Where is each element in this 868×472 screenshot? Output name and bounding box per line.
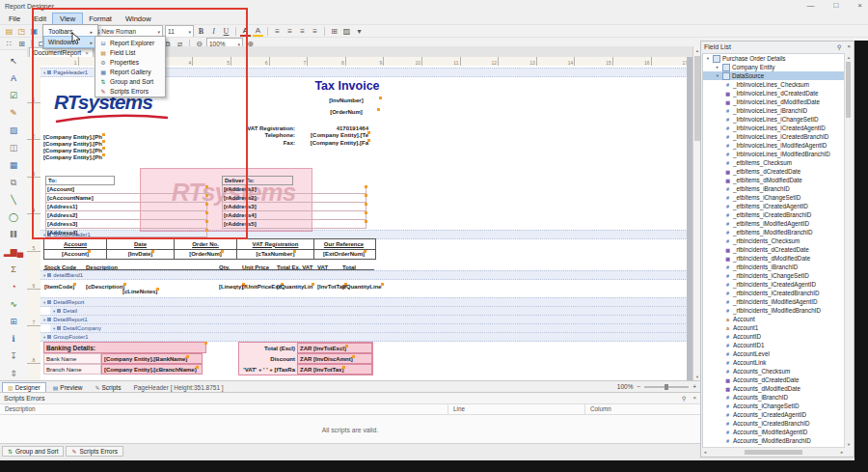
- company-address-row[interactable]: [Company Entity].[Ph: [43, 141, 103, 148]
- field-list-item[interactable]: _etbItems_dModifiedDate: [703, 176, 844, 184]
- field-list-item[interactable]: _rtbIncidents_iCreatedAgentID: [703, 280, 844, 289]
- subreport-tool-icon[interactable]: ⊞: [2, 313, 25, 330]
- band-collapse-icon[interactable]: ▾: [53, 326, 55, 331]
- zoom-slider-thumb[interactable]: [665, 384, 668, 390]
- field-list-item[interactable]: _IrbInvoiceLines_iModifiedAgentID: [703, 141, 844, 150]
- field-list-tree[interactable]: ▾ Purchase Order Details ▸ Company Entit…: [702, 53, 845, 448]
- tree-node-root[interactable]: ▾ Purchase Order Details: [703, 54, 844, 63]
- band-collapse-icon[interactable]: ▾: [43, 300, 45, 305]
- total-value-cell[interactable]: ZAR [InvTotTax]: [297, 364, 372, 375]
- band-collapse-icon[interactable]: ▾: [43, 318, 45, 322]
- field-list-item[interactable]: _IrbInvoiceLines_dModifiedDate: [703, 97, 844, 106]
- summary-header-cell[interactable]: VAT Registration: [237, 239, 314, 249]
- align-center-icon[interactable]: ≡: [285, 26, 295, 37]
- address-row[interactable]: [Address4]: [45, 229, 207, 237]
- address-row[interactable]: [Account]: [45, 185, 207, 194]
- pageinfo-tool-icon[interactable]: ℹ: [2, 330, 25, 347]
- sparkline-tool-icon[interactable]: ∿: [2, 295, 25, 313]
- address-row[interactable]: [Address3]: [45, 220, 207, 229]
- address-row[interactable]: [rAddress5]: [222, 220, 366, 229]
- panel-tool-icon[interactable]: ◫: [2, 139, 25, 156]
- fill-color-icon[interactable]: ▨: [341, 26, 352, 37]
- field-list-item[interactable]: _rtbIncidents_iCreatedBranchID: [703, 289, 844, 297]
- menu-item-windows[interactable]: Windows ▸: [44, 37, 96, 47]
- align-justify-icon[interactable]: ≡: [310, 26, 320, 37]
- pin-icon[interactable]: ⚲: [682, 395, 686, 402]
- pivotgrid-tool-icon[interactable]: Σ: [2, 261, 25, 278]
- address-row[interactable]: [rAddress4]: [222, 211, 366, 220]
- address-row[interactable]: [rAddress1]: [222, 185, 366, 194]
- field-list-item[interactable]: Accounts_dCreatedDate: [703, 375, 844, 384]
- field-list-item[interactable]: Account: [703, 315, 844, 323]
- field-list-item[interactable]: AccountID1: [703, 341, 844, 349]
- banking-details-title[interactable]: Banking Details:: [43, 342, 206, 353]
- pin-icon[interactable]: ⚲: [837, 43, 841, 50]
- charactercomb-tool-icon[interactable]: ⧉: [2, 174, 25, 191]
- field-list-item[interactable]: _IrbInvoiceLines_iModifiedBranchID: [703, 150, 844, 158]
- zoom-out-icon[interactable]: −: [637, 383, 640, 390]
- field-list-item[interactable]: Account1: [703, 323, 844, 332]
- close-button[interactable]: ×: [857, 1, 862, 10]
- scroll-thumb[interactable]: [846, 62, 851, 118]
- menu-item-toolbars[interactable]: Toolbars ▸: [44, 26, 96, 37]
- minimize-button[interactable]: —: [806, 1, 814, 10]
- report-page[interactable]: ▾ PageHeader1 RTsystems RTsystems Tax In…: [41, 66, 687, 380]
- pagebreak-tool-icon[interactable]: ↧: [2, 347, 25, 365]
- borders-icon[interactable]: ⊞: [329, 26, 339, 37]
- company-address-row[interactable]: [Company Entity].[Ph: [43, 134, 103, 141]
- gauge-tool-icon[interactable]: ◔: [2, 278, 25, 295]
- table-tool-icon[interactable]: ▦: [2, 156, 25, 174]
- underline-icon[interactable]: U: [221, 26, 231, 37]
- column-line[interactable]: Line: [453, 405, 465, 412]
- menu-window[interactable]: Window: [119, 14, 158, 24]
- field-list-item[interactable]: _IrbInvoiceLines_iBranchID: [703, 106, 844, 115]
- company-info-row[interactable]: Fax: [Company Entity].[Fa: [233, 139, 368, 147]
- order-number-field[interactable]: [OrderNum]: [314, 109, 378, 115]
- band-collapse-icon[interactable]: ▾: [43, 70, 45, 75]
- field-list-item[interactable]: _etbItems_iCreatedAgentID: [703, 202, 844, 210]
- field-list-item[interactable]: _IrbInvoiceLines_dCreatedDate: [703, 89, 844, 97]
- align-right-icon[interactable]: ≡: [297, 26, 308, 37]
- field-list-vscrollbar[interactable]: ▲ ▼: [844, 53, 853, 448]
- column-column[interactable]: Column: [590, 405, 611, 412]
- submenu-item-report-explorer[interactable]: ⊟ Report Explorer: [96, 38, 164, 47]
- tab-preview[interactable]: ▤ Preview: [47, 382, 89, 393]
- field-list-item[interactable]: _rtbIncidents_iBranchID: [703, 263, 844, 271]
- field-list-item[interactable]: Accounts_iBranchID: [703, 393, 844, 402]
- deliver-to-label-cell[interactable]: Deliver To:: [222, 176, 293, 185]
- detail-value-cell[interactable]: [Lineqty]: [218, 275, 241, 292]
- label-tool-icon[interactable]: A: [2, 69, 25, 87]
- field-list-item[interactable]: AccountLevel: [703, 349, 844, 358]
- panel-tab-group-and-sort[interactable]: ⇅ Group and Sort: [2, 446, 64, 457]
- bold-icon[interactable]: B: [196, 26, 206, 37]
- maximize-button[interactable]: □: [833, 1, 838, 10]
- field-list-item[interactable]: _etbItems_iChangeSetID: [703, 193, 844, 202]
- field-list-item[interactable]: _etbItems_iModifiedBranchID: [703, 228, 844, 236]
- field-list-item[interactable]: _etbItems_iCreatedBranchID: [703, 210, 844, 219]
- summary-header-cell[interactable]: Our Reference: [314, 239, 373, 249]
- shape-tool-icon[interactable]: ◯: [2, 208, 25, 226]
- field-list-item[interactable]: Accounts_iModifiedBranchID: [703, 436, 844, 445]
- scroll-left-icon[interactable]: ◄: [703, 450, 707, 455]
- banking-row[interactable]: Bank Name [Company Entity].[BankName]: [43, 353, 205, 364]
- company-info-row[interactable]: VAT Registration: 4170191464: [233, 125, 368, 132]
- open-icon[interactable]: ◳: [16, 26, 27, 37]
- italic-icon[interactable]: I: [208, 26, 219, 37]
- address-row[interactable]: [rAddress3]: [222, 203, 366, 211]
- field-list-item[interactable]: Accounts_iCreatedAgentID: [703, 410, 844, 419]
- company-address-row[interactable]: [Company Entity].[Ph: [43, 154, 103, 161]
- company-info-row[interactable]: Telephone: [Company Entity].[Te: [233, 132, 368, 140]
- summary-header-cell[interactable]: Account: [44, 239, 107, 249]
- detail-value-cell[interactable]: [fUnitPriceExc: [241, 275, 276, 292]
- field-list-hscrollbar[interactable]: ◄ ►: [702, 447, 845, 456]
- field-list-item[interactable]: Accounts_iCreatedBranchID: [703, 419, 844, 428]
- report-title-label[interactable]: Tax Invoice: [301, 79, 393, 93]
- summary-header-cell[interactable]: Date: [107, 239, 175, 249]
- close-panel-icon[interactable]: ×: [692, 395, 696, 402]
- company-address-row[interactable]: [Company Entity].[Ph: [43, 148, 103, 154]
- panel-tab-scripts-errors[interactable]: ✎ Scripts Errors: [66, 446, 122, 457]
- field-list-item[interactable]: Accounts_Checksum: [703, 367, 844, 375]
- menu-edit[interactable]: Edit: [27, 14, 53, 24]
- line-notes-field[interactable]: [cLineNotes]: [122, 289, 157, 294]
- field-list-item[interactable]: AccountID: [703, 332, 844, 341]
